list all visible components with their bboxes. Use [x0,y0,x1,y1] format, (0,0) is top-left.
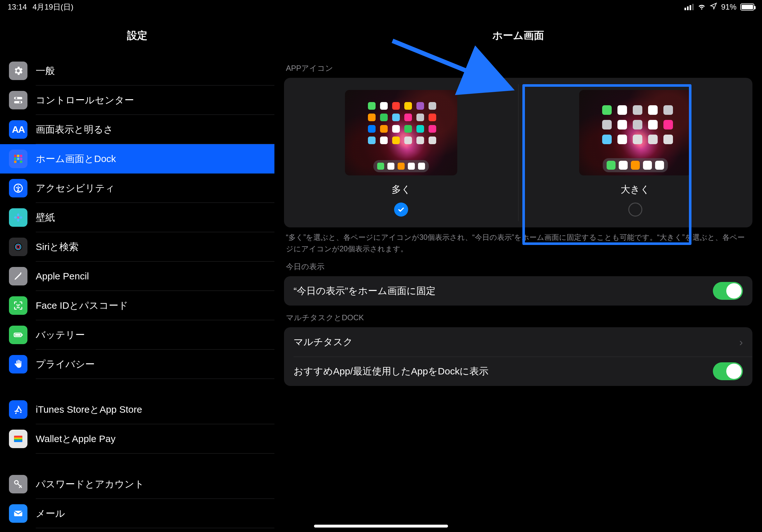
svg-rect-9 [20,158,22,160]
sidebar-item-label: コントロールセンター [36,94,134,107]
sidebar-item-siri[interactable]: Siriと検索 [0,232,274,262]
sidebar-item-label: 画面表示と明るさ [36,123,113,136]
svg-rect-6 [20,155,22,157]
row-label: おすすめApp/最近使用したAppをDockに表示 [294,365,489,378]
choice-larger[interactable]: 大きく [518,78,752,228]
pencil-icon [9,267,28,286]
svg-rect-10 [14,161,16,163]
hand-icon [9,355,28,373]
svg-rect-29 [14,439,22,440]
sidebar-item-apple-pencil[interactable]: Apple Pencil [0,262,274,291]
radio-larger-unchecked[interactable] [628,203,642,217]
toggle-dock-suggestions[interactable] [713,362,743,380]
sidebar-item-wallpaper[interactable]: 壁紙 [0,203,274,232]
svg-point-18 [14,217,17,219]
row-keep-today-view[interactable]: “今日の表示”をホーム画面に固定 [284,276,752,305]
chevron-right-icon: › [739,336,743,348]
wifi-icon [698,2,706,12]
svg-rect-25 [15,334,21,336]
sidebar-item-home-dock[interactable]: ホーム画面とDock [0,144,274,173]
svg-point-19 [20,217,22,219]
svg-rect-27 [14,436,22,437]
svg-point-17 [17,219,20,222]
sidebar-item-label: アクセシビリティ [36,182,115,195]
wallet-icon [9,430,28,448]
flower-icon [9,208,28,227]
radio-more-checked[interactable] [394,203,408,217]
svg-rect-11 [17,161,19,163]
sidebar-item-accessibility[interactable]: アクセシビリティ [0,173,274,203]
svg-rect-4 [14,155,16,157]
status-bar: 13:14 4月19日(日) 91% [0,0,762,14]
today-panel: “今日の表示”をホーム画面に固定 [284,276,752,305]
key-icon [9,475,28,494]
sidebar-item-label: 壁紙 [36,211,55,224]
choice-more[interactable]: 多く [284,78,518,228]
cellular-icon [684,4,694,10]
toggle-today-view[interactable] [713,282,743,300]
sidebar-item-display[interactable]: AA 画面表示と明るさ [0,115,274,144]
sidebar-item-label: 一般 [36,64,55,78]
sidebar-item-label: ホーム画面とDock [36,153,116,166]
row-label: マルチタスク [294,336,353,349]
status-date: 4月19日(日) [33,2,73,12]
svg-point-14 [18,186,19,187]
multitask-panel: マルチタスク › おすすめApp/最近使用したAppをDockに表示 [284,327,752,386]
svg-rect-0 [14,97,22,99]
sidebar-item-mail[interactable]: メール [0,499,274,528]
svg-point-2 [16,97,18,99]
preview-more [345,90,457,175]
text-size-icon: AA [9,120,28,139]
row-dock-suggestions[interactable]: おすすめApp/最近使用したAppをDockに表示 [284,357,752,386]
svg-rect-1 [14,101,22,103]
svg-point-3 [19,101,21,103]
sidebar-item-label: メール [36,507,65,520]
settings-sidebar: 設定 一般 コントロールセンター AA 画面表示と明るさ ホーム画面とDock … [0,14,274,532]
sidebar-item-passwords[interactable]: パスワードとアカウント [0,470,274,499]
sidebar-item-label: Apple Pencil [36,271,89,282]
svg-rect-5 [17,155,19,157]
sidebar-item-label: プライバシー [36,358,95,371]
app-icon-panel: 多く [284,78,752,228]
sidebar-item-label: iTunes StoreとApp Store [36,403,142,416]
location-icon [710,2,717,12]
sidebar-item-control-center[interactable]: コントロールセンター [0,86,274,115]
preview-larger [579,90,692,175]
row-multitask[interactable]: マルチタスク › [284,327,752,357]
section-header-multitask: マルチタスクとDOCK [284,305,752,327]
sidebar-item-wallet[interactable]: WalletとApple Pay [0,424,274,453]
choice-more-label: 多く [392,183,411,196]
detail-pane: ホーム画面 APPアイコン [274,14,762,532]
toggles-icon [9,91,28,109]
sidebar-item-label: パスワードとアカウント [36,478,144,491]
apps-grid-icon [9,150,28,168]
svg-point-31 [15,481,18,484]
sidebar-item-faceid[interactable]: Face IDとパスコード [0,291,274,320]
home-indicator[interactable] [314,525,448,528]
row-label: “今日の表示”をホーム画面に固定 [294,285,435,298]
svg-point-15 [17,217,20,219]
svg-rect-24 [22,334,23,336]
sidebar-item-privacy[interactable]: プライバシー [0,350,274,379]
sidebar-title: 設定 [0,14,274,56]
faceid-icon [9,296,28,315]
sidebar-item-label: Face IDとパスコード [36,299,128,312]
sidebar-item-label: WalletとApple Pay [36,432,115,445]
svg-rect-28 [14,437,22,439]
battery-percent: 91% [721,3,736,12]
accessibility-icon [9,179,28,197]
section-header-today: 今日の表示 [284,254,752,276]
choice-larger-label: 大きく [621,183,650,196]
detail-title: ホーム画面 [274,14,762,56]
mail-icon [9,504,28,523]
sidebar-item-general[interactable]: 一般 [0,56,274,86]
sidebar-item-battery[interactable]: バッテリー [0,320,274,350]
sidebar-item-app-store[interactable]: iTunes StoreとApp Store [0,395,274,424]
app-icon-footer: “多く”を選ぶと、各ページにアイコンが30個表示され、“今日の表示”をホーム画面… [284,228,752,254]
status-time: 13:14 [8,3,27,12]
sidebar-item-label: バッテリー [36,328,85,342]
section-header-app-icons: APPアイコン [284,56,752,78]
svg-rect-7 [14,158,16,160]
app-store-icon [9,400,28,419]
svg-rect-8 [17,158,19,160]
